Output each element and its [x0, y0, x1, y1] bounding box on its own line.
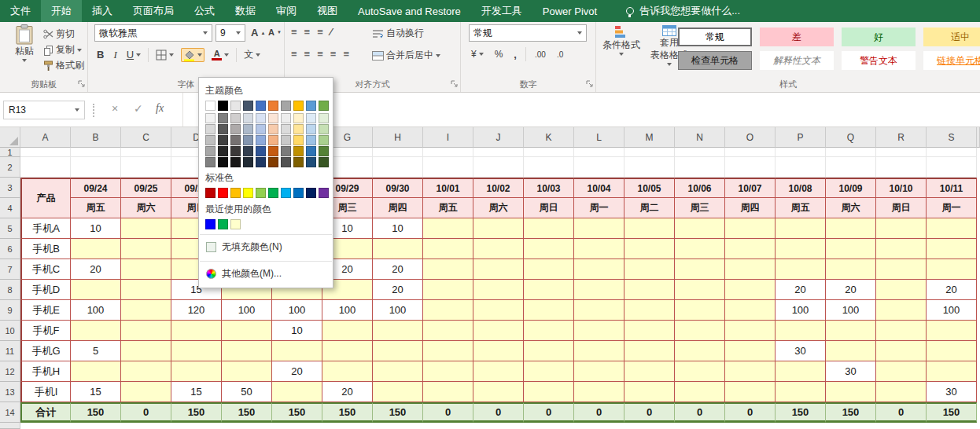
cell-R10[interactable]: [876, 321, 927, 341]
cell-O12[interactable]: [725, 361, 776, 382]
increase-font-size-button[interactable]: A▲: [249, 26, 267, 39]
bold-button[interactable]: B: [94, 48, 106, 61]
align-bottom-button[interactable]: ≡: [317, 27, 323, 37]
cell-I5[interactable]: [423, 218, 473, 239]
cell-E10[interactable]: [222, 321, 272, 341]
cell-B10[interactable]: [71, 321, 121, 341]
theme-tint-swatch[interactable]: [319, 113, 329, 123]
standard-color-swatch[interactable]: [319, 188, 329, 198]
cell-Q1[interactable]: [826, 148, 876, 157]
cell-N1[interactable]: [675, 148, 725, 157]
cell-J13[interactable]: [473, 382, 524, 402]
theme-color-swatch[interactable]: [281, 101, 291, 111]
cell-I10[interactable]: [423, 321, 473, 341]
cell-C2[interactable]: [121, 157, 171, 178]
standard-color-swatch[interactable]: [281, 188, 291, 198]
row-header-1[interactable]: 1: [0, 148, 20, 157]
cell-J9[interactable]: [473, 300, 524, 321]
cell-E12[interactable]: [222, 361, 272, 382]
cell-M14[interactable]: 0: [624, 402, 675, 423]
cell-G11[interactable]: [322, 341, 373, 361]
theme-color-swatch[interactable]: [293, 101, 304, 111]
cell-I14[interactable]: 0: [423, 402, 473, 423]
merge-center-button[interactable]: 合并后居中: [370, 48, 443, 63]
recent-color-swatch[interactable]: [205, 219, 216, 229]
cell-I9[interactable]: [423, 300, 473, 321]
cell-C1[interactable]: [121, 148, 171, 157]
standard-color-swatch[interactable]: [243, 188, 253, 198]
row-header-9[interactable]: 9: [0, 300, 20, 321]
cell-H2[interactable]: [373, 157, 423, 178]
theme-color-swatch[interactable]: [319, 101, 329, 111]
cell-H14[interactable]: 150: [373, 402, 423, 423]
cell-B8[interactable]: [71, 280, 121, 300]
theme-tint-swatch[interactable]: [268, 157, 278, 167]
cell-N2[interactable]: [675, 157, 725, 178]
cell-Q4[interactable]: 周六: [826, 198, 876, 218]
cell-Q7[interactable]: [826, 259, 876, 280]
cell-S14[interactable]: 150: [927, 402, 977, 423]
theme-color-swatch[interactable]: [218, 101, 228, 111]
column-header-R[interactable]: R: [876, 127, 927, 148]
cell-M11[interactable]: [624, 341, 675, 361]
theme-tint-swatch[interactable]: [293, 146, 304, 156]
cell-H12[interactable]: [373, 361, 423, 382]
cell-J4[interactable]: 周六: [473, 198, 524, 218]
cell-style-差[interactable]: 差: [760, 28, 834, 46]
cell-J14[interactable]: 0: [473, 402, 524, 423]
theme-tint-swatch[interactable]: [319, 124, 329, 134]
cell-L5[interactable]: [574, 218, 624, 239]
cell-O14[interactable]: 0: [725, 402, 776, 423]
cell-O13[interactable]: [725, 382, 776, 402]
cell-S13[interactable]: 30: [927, 382, 977, 402]
theme-tint-swatch[interactable]: [243, 157, 253, 167]
theme-tint-swatch[interactable]: [205, 146, 216, 156]
italic-button[interactable]: I: [111, 48, 119, 62]
column-header-S[interactable]: S: [927, 127, 977, 148]
fill-color-button[interactable]: [181, 48, 204, 62]
cell-I13[interactable]: [423, 382, 473, 402]
cell-N12[interactable]: [675, 361, 725, 382]
cell-S12[interactable]: [927, 361, 977, 382]
row-header-11[interactable]: 11: [0, 341, 20, 361]
currency-button[interactable]: ¥: [469, 48, 486, 60]
row-header-10[interactable]: 10: [0, 321, 20, 341]
cell-style-解释性文本[interactable]: 解释性文本: [760, 51, 834, 70]
cell-K4[interactable]: 周日: [524, 198, 574, 218]
cell-I11[interactable]: [423, 341, 473, 361]
ribbon-tab-数据[interactable]: 数据: [225, 0, 266, 22]
cell-O6[interactable]: [725, 239, 776, 259]
number-format-dropdown-arrow[interactable]: [577, 31, 582, 35]
cell-K6[interactable]: [524, 239, 574, 259]
cell-L2[interactable]: [574, 157, 624, 178]
cell-C11[interactable]: [121, 341, 171, 361]
theme-tint-swatch[interactable]: [319, 157, 329, 167]
column-header-I[interactable]: I: [423, 127, 473, 148]
cell-N4[interactable]: 周三: [675, 198, 725, 218]
cell-Q8[interactable]: 20: [826, 280, 876, 300]
theme-tint-swatch[interactable]: [218, 124, 228, 134]
theme-tint-swatch[interactable]: [230, 135, 241, 145]
more-colors-option[interactable]: 其他颜色(M)...: [199, 264, 333, 284]
cell-F14[interactable]: 150: [272, 402, 322, 423]
theme-tint-swatch[interactable]: [230, 124, 241, 134]
cell-A11[interactable]: 手机G: [20, 341, 71, 361]
insert-function-button[interactable]: fx: [156, 102, 164, 115]
cell-C10[interactable]: [121, 321, 171, 341]
cell-P6[interactable]: [776, 239, 826, 259]
cell-N14[interactable]: 0: [675, 402, 725, 423]
column-header-N[interactable]: N: [675, 127, 725, 148]
phonetic-guide-button[interactable]: 文: [241, 47, 263, 62]
cell-C6[interactable]: [121, 239, 171, 259]
theme-color-swatch[interactable]: [256, 101, 266, 111]
theme-tint-swatch[interactable]: [293, 124, 304, 134]
cell-K13[interactable]: [524, 382, 574, 402]
decrease-font-size-button[interactable]: A▼: [266, 27, 284, 38]
cell-B9[interactable]: 100: [71, 300, 121, 321]
cell-O2[interactable]: [725, 157, 776, 178]
cell-B13[interactable]: 15: [71, 382, 121, 402]
cell-M10[interactable]: [624, 321, 675, 341]
cell-O7[interactable]: [725, 259, 776, 280]
decrease-decimal-button[interactable]: .0: [554, 50, 566, 60]
theme-tint-swatch[interactable]: [319, 135, 329, 145]
